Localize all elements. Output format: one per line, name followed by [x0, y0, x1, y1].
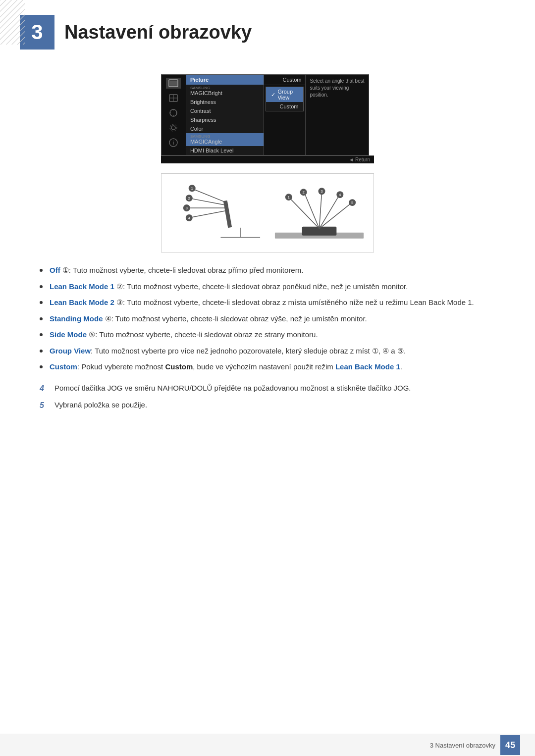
svg-rect-1: [0, 0, 25, 45]
term-lean1: Lean Back Mode 1: [50, 282, 114, 291]
monitor-menu: i Picture SAMSUNG MAGICBright Brightness…: [161, 74, 369, 155]
step-5: 5 Vybraná položka se použije.: [40, 400, 495, 411]
list-item-custom: Custom: Pokud vyberete možnost Custom, b…: [40, 361, 495, 373]
menu-header: Picture: [186, 75, 264, 85]
svg-rect-3: [170, 81, 177, 86]
step-number-4: 4: [40, 383, 54, 395]
lean-back-ref: Lean Back Mode 1: [335, 362, 400, 371]
bullet-dot: [40, 269, 43, 272]
angle-diagram: 1 2 3 4 1: [161, 173, 374, 252]
footer-page-number: 45: [500, 735, 520, 755]
svg-text:2: 2: [302, 190, 305, 195]
svg-text:1: 1: [191, 186, 193, 191]
menu-item-hdmi: HDMI Black Level: [186, 146, 264, 155]
list-item-off: Off ①: Tuto možnost vyberte, chcete-li s…: [40, 265, 495, 276]
menu-center: Picture SAMSUNG MAGICBright Brightness C…: [186, 75, 264, 155]
step-text-5: Vybraná položka se použije.: [54, 400, 495, 411]
bullet-dot: [40, 365, 43, 368]
menu-item-brightness: Brightness: [186, 98, 264, 106]
step-4: 4 Pomocí tlačítka JOG ve směru NAHORU/DO…: [40, 383, 495, 395]
menu-item-sharpness: Sharpness: [186, 115, 264, 124]
monitor-screenshot: i Picture SAMSUNG MAGICBright Brightness…: [30, 74, 505, 163]
step-number-5: 5: [40, 400, 54, 411]
angle-diagram-container: 1 2 3 4 1: [30, 173, 505, 252]
svg-text:3: 3: [321, 189, 323, 194]
menu-item-magicbright: SAMSUNG MAGICBright: [186, 85, 264, 98]
bullet-dot: [40, 333, 43, 336]
page-title: Nastavení obrazovky: [64, 22, 252, 43]
svg-text:5: 5: [351, 201, 354, 205]
bullet-dot: [40, 285, 43, 288]
svg-text:4: 4: [339, 193, 341, 197]
hatch-decoration: [0, 0, 25, 45]
chapter-number: 3: [31, 20, 43, 44]
submenu-groupview: ✓ Group View: [266, 87, 304, 102]
step-text-4: Pomocí tlačítka JOG ve směru NAHORU/DOLŮ…: [54, 383, 495, 394]
custom-bold: Custom: [165, 362, 193, 371]
list-item-lean2: Lean Back Mode 2 ③: Tuto možnost vyberte…: [40, 297, 495, 308]
menu-tip: Select an angle that best suits your vie…: [305, 75, 369, 155]
submenu-custom: Custom: [266, 102, 304, 111]
menu-item-magicangle: SAMSUNG MAGICAngle: [186, 133, 264, 146]
picture-icon: [166, 78, 181, 89]
return-bar: ◄ Return: [161, 155, 374, 163]
bullet-list: Off ①: Tuto možnost vyberte, chcete-li s…: [30, 265, 505, 373]
menu-item-color: Color: [186, 124, 264, 133]
list-item-groupview: Group View: Tuto možnost vyberte pro víc…: [40, 346, 495, 357]
bullet-dot: [40, 301, 43, 304]
svg-text:i: i: [173, 140, 174, 146]
footer-chapter-text: 3 Nastavení obrazovky: [430, 742, 495, 749]
term-off: Off: [50, 266, 60, 274]
bullet-dot: [40, 350, 43, 353]
list-item-standing: Standing Mode ④: Tuto možnost vyberte, c…: [40, 313, 495, 325]
color-icon: [166, 93, 181, 103]
page-footer: 3 Nastavení obrazovky 45: [0, 734, 535, 756]
adjust-icon: [166, 107, 181, 118]
info-icon: i: [166, 137, 181, 148]
list-item-lean1: Lean Back Mode 1 ②: Tuto možnost vyberte…: [40, 281, 495, 293]
page-header: 3 Nastavení obrazovky: [0, 0, 535, 59]
settings-icon: [166, 122, 181, 133]
svg-point-12: [171, 126, 175, 130]
term-standing: Standing Mode: [50, 314, 103, 323]
term-lean2: Lean Back Mode 2: [50, 298, 114, 306]
svg-text:3: 3: [186, 206, 188, 210]
svg-text:2: 2: [188, 196, 191, 201]
svg-text:4: 4: [188, 216, 191, 220]
menu-left-icons: i: [161, 75, 186, 155]
bullet-dot: [40, 317, 43, 320]
svg-text:1: 1: [288, 195, 290, 200]
term-groupview: Group View: [50, 347, 91, 355]
svg-point-13: [170, 124, 177, 131]
chapter-number-box: 3: [20, 15, 54, 50]
content-area: i Picture SAMSUNG MAGICBright Brightness…: [0, 59, 535, 451]
menu-item-contrast: Contrast: [186, 106, 264, 115]
svg-point-7: [170, 109, 177, 116]
term-custom: Custom: [50, 362, 77, 371]
numbered-steps: 4 Pomocí tlačítka JOG ve směru NAHORU/DO…: [30, 383, 505, 411]
custom-label-right: Custom: [283, 77, 302, 83]
list-item-side: Side Mode ⑤: Tuto možnost vyberte, chcet…: [40, 329, 495, 341]
term-side: Side Mode: [50, 330, 87, 339]
